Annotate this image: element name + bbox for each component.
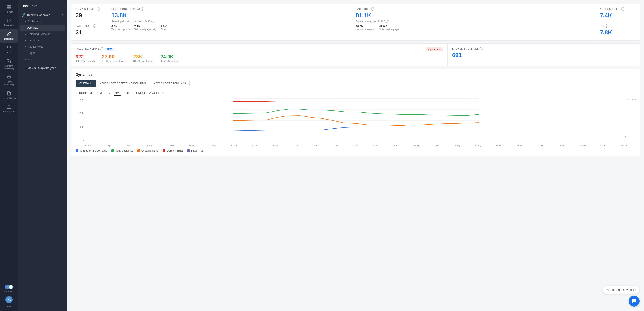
edit-icon <box>6 58 12 64</box>
ips-info-icon[interactable]: i <box>605 25 608 28</box>
sidebar-item-report-builder[interactable]: Report Builder <box>0 88 18 102</box>
chat-prompt-text: Hi. Need any help? <box>611 288 636 291</box>
main-content: DOMAIN TRUST i 39 PAGE TRUST i 31 REFERR… <box>67 0 644 311</box>
sidebar-projects-label: Projects <box>5 11 13 14</box>
legend-dot-backlinks <box>112 149 114 152</box>
toxic-medium: 27.9K 34.4% Medium toxicity <box>102 54 126 62</box>
gap-icon: ↔ <box>22 66 25 70</box>
period-1m[interactable]: 1M <box>96 91 104 95</box>
period-3m[interactable]: 3M <box>105 91 112 95</box>
sidebar-item-audit[interactable]: Audit <box>0 43 18 56</box>
broken-value: 691 <box>452 52 636 59</box>
chat-prompt[interactable]: ✕ Hi. Need any help? <box>603 286 640 294</box>
chart-area: 15 Apr 22 Apr 29 Apr 06 May 13 May 20 Ma… <box>85 98 627 147</box>
legend-dot-domain-trust <box>163 149 166 152</box>
chevron-down-icon: ▾ <box>162 92 164 95</box>
settings-icon[interactable] <box>6 304 12 308</box>
referring-domains-analyzed: Referring domains analyzed: 13422 i <box>112 20 346 23</box>
chart-legend: Total referring domains Total backlinks … <box>76 147 636 152</box>
sidebar-item-projects[interactable]: Projects <box>0 2 18 16</box>
svg-point-6 <box>8 76 10 77</box>
tab-new-lost-backlinks[interactable]: NEW & LOST BACKLINKS <box>150 80 190 87</box>
backlinks-analyzed-info-icon[interactable]: i <box>386 20 389 23</box>
sidebar-audit-label: Audit <box>6 51 12 54</box>
sidebar-report-label: Report Builder <box>2 97 16 100</box>
dynamics-title: Dynamics <box>76 73 636 77</box>
nav-title: Backlinks ‹ <box>18 0 67 10</box>
collapse-nav-button[interactable]: ‹ <box>62 4 64 8</box>
legend-organic-traffic[interactable]: Organic traffic <box>138 149 158 152</box>
sidebar-item-content-marketing[interactable]: Content Marketing <box>0 56 18 72</box>
nav-backlink-checker[interactable]: 🔗 Backlink Checker ∧ <box>18 11 67 19</box>
anchor-info-icon[interactable]: i <box>621 8 624 11</box>
backlinks-other-pages: 42.6K Links to other pages <box>379 25 399 31</box>
backlinks-info-icon[interactable]: i <box>371 8 374 11</box>
referring-domains-label: REFERRING DOMAINS i <box>112 8 346 11</box>
anchor-texts-value: 7.4K <box>600 12 636 19</box>
sidebar-item-local-marketing[interactable]: Local Marketing <box>0 72 18 88</box>
page-trust-label: PAGE TRUST i <box>76 25 102 28</box>
anchor-ips-card: ANCHOR TEXTS i 7.4K IPS i 7.8K <box>595 4 640 40</box>
new-menu-toggle[interactable] <box>5 285 13 289</box>
domain-trust-value: 39 <box>76 12 102 19</box>
nav-pages[interactable]: Pages <box>18 50 67 56</box>
nav-overview[interactable]: Overview <box>20 25 66 31</box>
svg-rect-0 <box>8 6 9 7</box>
broken-info-icon[interactable]: i <box>480 47 483 50</box>
sidebar-backlinks-label: Backlinks <box>4 38 14 40</box>
nav-anchor-texts[interactable]: Anchor Texts <box>18 44 67 50</box>
period-7d[interactable]: 7D <box>88 91 95 95</box>
close-chat-icon[interactable]: ✕ <box>606 288 609 291</box>
legend-dot-organic <box>138 149 140 152</box>
sidebar-item-backlinks[interactable]: Backlinks <box>0 29 18 43</box>
domain-trust-info-icon[interactable]: i <box>97 8 100 11</box>
toxic-info-icon[interactable]: i <box>100 47 103 50</box>
svg-rect-1 <box>10 6 11 7</box>
legend-dot-page-trust <box>187 149 190 152</box>
dynamics-card: Dynamics OVERALL NEW & LOST REFERRING DO… <box>71 69 640 156</box>
sidebar-item-research[interactable]: Research <box>0 16 18 29</box>
breakdown-internal: 7.1K To internal pages only <box>134 25 156 31</box>
legend-dot-referring <box>76 149 78 152</box>
svg-rect-3 <box>10 8 11 9</box>
backlinks-value: 81.1K <box>356 12 591 19</box>
page-trust-value: 31 <box>76 29 102 36</box>
referring-domains-breakdown: 4.6K To homepage only 7.1K To internal p… <box>112 25 346 31</box>
nav-referring-domains[interactable]: Referring Domains <box>18 31 67 37</box>
toggle-label: New Menu UI <box>3 290 15 292</box>
referring-domains-info-icon[interactable]: i <box>141 8 144 11</box>
sidebar-research-label: Research <box>4 24 14 27</box>
group-by-selector[interactable]: GROUP BY: WEEKS ▾ <box>136 92 164 95</box>
link-icon <box>6 32 12 37</box>
toxic-card: TOXIC BACKLINKS i BETA High toxicity 322… <box>71 44 448 66</box>
svg-point-4 <box>8 19 10 22</box>
legend-backlinks[interactable]: Total backlinks <box>112 149 133 152</box>
tab-overall[interactable]: OVERALL <box>76 80 96 87</box>
nav-all-reports[interactable]: All Reports <box>18 19 67 25</box>
analyzed-info-icon[interactable]: i <box>151 20 154 23</box>
legend-domain-trust[interactable]: Domain Trust <box>163 149 183 152</box>
period-12m[interactable]: 12M <box>122 91 131 95</box>
nav-backlink-gap[interactable]: ↔ Backlink Gap Analyzer <box>18 64 67 71</box>
broken-card: BROKEN BACKLINKS i 691 <box>448 44 640 66</box>
backlinks-card: BACKLINKS i 81.1K Backlinks analyzed: 81… <box>351 4 595 40</box>
page-trust-info-icon[interactable]: i <box>93 25 96 28</box>
period-label: PERIOD: <box>76 92 86 95</box>
group-by-value: WEEKS <box>152 92 162 95</box>
nav-section-gap-analyzer: ↔ Backlink Gap Analyzer <box>18 63 67 72</box>
chat-button[interactable] <box>629 296 640 306</box>
legend-referring-domains[interactable]: Total referring domains <box>76 149 107 152</box>
sidebar-item-agency-pack[interactable]: Agency Pack <box>0 102 18 115</box>
avatar[interactable]: YK <box>6 296 12 303</box>
backlinks-label: BACKLINKS i <box>356 8 591 11</box>
y-axis-right: 40 36 32 28 DT, PT <box>627 98 636 147</box>
new-menu-toggle-container: New Menu UI <box>2 283 16 294</box>
nav-backlinks[interactable]: Backlinks <box>18 37 67 44</box>
nav-ips[interactable]: IPs <box>18 56 67 62</box>
legend-page-trust[interactable]: Page Trust <box>187 149 204 152</box>
period-6m[interactable]: 6M <box>114 91 121 96</box>
legend-referring-label: Total referring domains <box>80 149 107 152</box>
legend-domain-trust-label: Domain Trust <box>167 149 183 152</box>
tab-new-lost-referring[interactable]: NEW & LOST REFERRING DOMAINS <box>96 80 150 87</box>
breakdown-other: 1.8K Other <box>160 25 166 31</box>
